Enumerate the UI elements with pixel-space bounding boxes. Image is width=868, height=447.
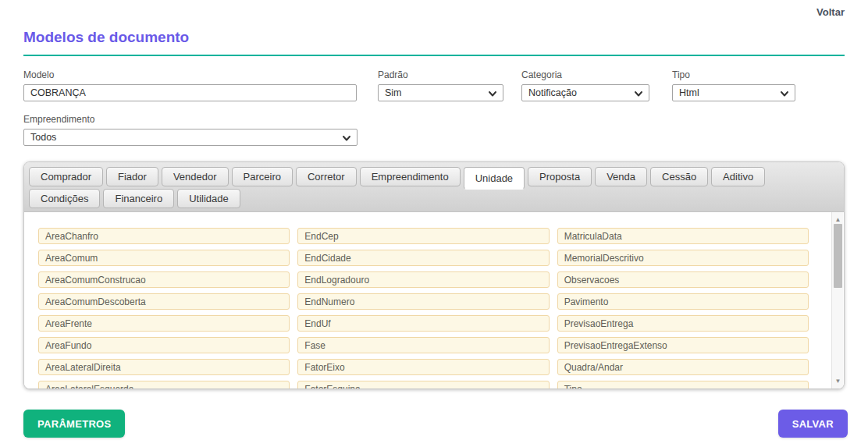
form-area: Modelo Padrão Sim Categoria Notificação …	[23, 69, 845, 146]
tab-venda[interactable]: Venda	[595, 167, 647, 186]
empreendimento-select-value: Todos	[30, 132, 56, 143]
tab-aditivo[interactable]: Aditivo	[711, 167, 765, 186]
tab-content: AreaChanfro AreaComum AreaComumConstruca…	[24, 212, 844, 389]
field-chip[interactable]: FatorEsquina	[297, 381, 549, 389]
parametros-button[interactable]: PARÂMETROS	[23, 410, 125, 438]
form-row-1: Modelo Padrão Sim Categoria Notificação …	[23, 69, 845, 101]
categoria-select[interactable]: Notificação	[521, 84, 649, 101]
chips-area: AreaChanfro AreaComum AreaComumConstruca…	[24, 212, 844, 389]
field-chip[interactable]: AreaLateralDireita	[38, 359, 290, 375]
form-row-2: Empreendimento Todos	[23, 114, 845, 146]
vertical-scrollbar[interactable]: ▲ ▼	[831, 212, 843, 388]
field-chip[interactable]: Observacoes	[557, 271, 809, 288]
tabstrip: Comprador Fiador Vendedor Parceiro Corre…	[24, 162, 844, 212]
tab-cessao[interactable]: Cessão	[650, 167, 708, 186]
tipo-select-value: Html	[679, 87, 699, 98]
tab-utilidade[interactable]: Utilidade	[177, 189, 240, 208]
tab-corretor[interactable]: Corretor	[296, 167, 357, 186]
field-chip[interactable]: EndCidade	[297, 250, 549, 266]
tipo-select[interactable]: Html	[672, 84, 795, 101]
tab-unidade[interactable]: Unidade	[464, 167, 525, 190]
field-chip[interactable]: EndUf	[297, 315, 549, 332]
tab-comprador[interactable]: Comprador	[29, 167, 103, 186]
categoria-field-group: Categoria Notificação	[521, 69, 649, 101]
page-title: Modelos de documento	[23, 29, 845, 46]
tab-parceiro[interactable]: Parceiro	[232, 167, 293, 186]
modelo-field-group: Modelo	[23, 69, 357, 101]
padrao-select-value: Sim	[385, 87, 402, 98]
topbar: Voltar	[23, 6, 845, 18]
field-chip[interactable]: AreaComumConstrucao	[38, 271, 290, 288]
empreendimento-label: Empreendimento	[23, 114, 358, 125]
field-chip[interactable]: FatorEixo	[297, 359, 549, 375]
field-chip[interactable]: MatriculaData	[557, 228, 809, 244]
chevron-down-icon	[488, 89, 497, 98]
padrao-label: Padrão	[378, 69, 503, 80]
field-chip[interactable]: AreaComum	[38, 250, 290, 266]
field-chip[interactable]: AreaFrente	[38, 315, 290, 332]
field-chip[interactable]: EndLogradouro	[297, 271, 549, 288]
back-link[interactable]: Voltar	[816, 6, 845, 18]
categoria-select-value: Notificação	[528, 87, 577, 98]
tab-fiador[interactable]: Fiador	[106, 167, 158, 186]
chip-column-3: MatriculaData MemorialDescritivo Observa…	[557, 228, 809, 389]
fields-panel: Comprador Fiador Vendedor Parceiro Corre…	[23, 161, 845, 389]
chip-column-1: AreaChanfro AreaComum AreaComumConstruca…	[38, 228, 290, 389]
chevron-down-icon	[342, 133, 351, 143]
tab-proposta[interactable]: Proposta	[528, 167, 592, 186]
field-chip[interactable]: Tipo	[557, 381, 809, 389]
chevron-down-icon	[634, 89, 643, 98]
tab-empreendimento[interactable]: Empreendimento	[360, 167, 461, 186]
padrao-select[interactable]: Sim	[378, 84, 503, 101]
field-chip[interactable]: AreaChanfro	[38, 228, 290, 244]
tab-vendedor[interactable]: Vendedor	[162, 167, 229, 186]
categoria-label: Categoria	[521, 69, 649, 80]
field-chip[interactable]: PrevisaoEntregaExtenso	[557, 337, 809, 353]
chip-column-2: EndCep EndCidade EndLogradouro EndNumero…	[297, 228, 549, 389]
field-chip[interactable]: AreaLateralEsquerda	[38, 381, 290, 389]
field-chip[interactable]: Fase	[297, 337, 549, 353]
scroll-down-icon[interactable]: ▼	[832, 375, 844, 387]
field-chip[interactable]: AreaComumDescoberta	[38, 293, 290, 310]
tab-financeiro[interactable]: Financeiro	[103, 189, 174, 208]
tipo-field-group: Tipo Html	[672, 69, 795, 101]
field-chip[interactable]: Pavimento	[557, 293, 809, 310]
modelo-label: Modelo	[23, 69, 357, 80]
padrao-field-group: Padrão Sim	[378, 69, 503, 101]
scrollbar-thumb[interactable]	[834, 224, 842, 288]
footer: PARÂMETROS SALVAR	[23, 410, 848, 438]
empreendimento-field-group: Empreendimento Todos	[23, 114, 358, 146]
field-chip[interactable]: AreaFundo	[38, 337, 290, 353]
tab-condicoes[interactable]: Condições	[29, 189, 100, 208]
salvar-button[interactable]: SALVAR	[778, 410, 848, 438]
chevron-down-icon	[780, 89, 789, 98]
field-chip[interactable]: Quadra/Andar	[557, 359, 809, 375]
field-chip[interactable]: PrevisaoEntrega	[557, 315, 809, 332]
tipo-label: Tipo	[672, 69, 795, 80]
field-chip[interactable]: MemorialDescritivo	[557, 250, 809, 266]
empreendimento-select[interactable]: Todos	[23, 129, 358, 146]
field-chip[interactable]: EndNumero	[297, 293, 549, 310]
page: Voltar Modelos de documento Modelo Padrã…	[0, 0, 868, 447]
title-divider	[23, 55, 845, 56]
modelo-input[interactable]	[23, 84, 357, 101]
field-chip[interactable]: EndCep	[297, 228, 549, 244]
